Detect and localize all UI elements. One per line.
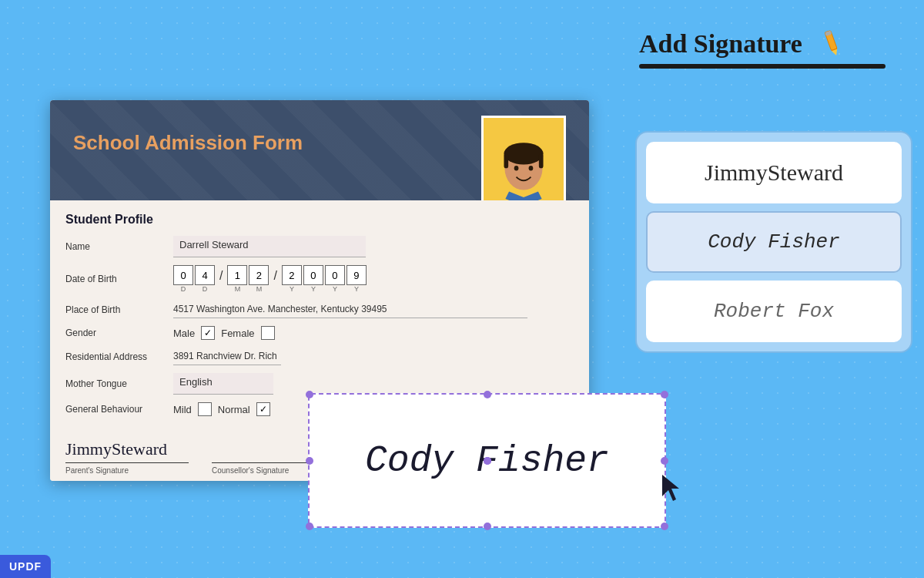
dob-box-8[interactable]: 9 — [346, 265, 367, 285]
form-title: School Admission Form — [73, 131, 566, 155]
signature-jimmy-text: JimmySteward — [705, 160, 843, 186]
pob-input[interactable]: 4517 Washington Ave. Manchester, Kentuck… — [173, 301, 527, 318]
tongue-row: Mother Tongue English — [65, 373, 574, 395]
dob-m1: 1 M — [227, 265, 247, 293]
signature-option-cody[interactable]: Cody Fisher — [646, 211, 902, 273]
gender-male-label: Male — [173, 328, 195, 339]
resize-handle-tr[interactable] — [661, 391, 668, 398]
gender-options: Male ✓ Female — [173, 326, 275, 340]
overlay-signature-text: Cody Fisher — [365, 440, 609, 482]
underline-decoration — [639, 64, 886, 69]
address-row: Residential Address 3891 Ranchview Dr. R… — [65, 348, 574, 365]
student-photo — [481, 116, 566, 200]
svg-point-11 — [529, 166, 534, 171]
parent-signature-line — [65, 462, 189, 463]
add-signature-title: Add Signature — [639, 29, 802, 59]
name-input[interactable]: Darrell Steward — [173, 236, 366, 257]
dob-box-3[interactable]: 1 — [227, 265, 247, 285]
gender-row: Gender Male ✓ Female — [65, 326, 574, 340]
resize-handle-bm[interactable] — [484, 523, 491, 530]
pob-label: Place of Birth — [65, 304, 166, 315]
resize-handle-tm[interactable] — [484, 391, 491, 398]
cursor-arrow — [662, 475, 685, 505]
behaviour-mild-label: Mild — [173, 404, 192, 415]
gender-label: Gender — [65, 328, 166, 338]
svg-marker-12 — [662, 475, 679, 501]
signature-cody-text: Cody Fisher — [708, 230, 840, 254]
svg-point-10 — [514, 166, 519, 171]
signature-overlay-box[interactable]: Cody Fisher — [308, 393, 666, 528]
signature-option-jimmy[interactable]: JimmySteward — [646, 142, 902, 203]
resize-handle-ml[interactable] — [306, 457, 313, 465]
pencil-icon — [816, 27, 847, 61]
resize-handle-bl[interactable] — [306, 523, 313, 530]
behaviour-normal-checkbox[interactable]: ✓ — [256, 402, 270, 416]
dob-m2: 2 M — [249, 265, 269, 293]
dob-box-6[interactable]: 0 — [303, 265, 323, 285]
dob-row: Date of Birth 0 D 4 D / 1 M 2 M — [65, 265, 574, 293]
gender-female-label: Female — [221, 328, 254, 339]
tongue-input[interactable]: English — [173, 373, 273, 395]
dob-y2: 0 Y — [303, 265, 323, 293]
address-input[interactable]: 3891 Ranchview Dr. Rich — [173, 348, 281, 365]
dob-box-4[interactable]: 2 — [249, 265, 269, 285]
signature-robert-text: Robert Fox — [714, 300, 834, 323]
dob-y4: 9 Y — [346, 265, 367, 293]
signature-option-robert[interactable]: Robert Fox — [646, 281, 902, 342]
svg-rect-8 — [504, 153, 508, 168]
behaviour-normal-label: Normal — [218, 404, 250, 415]
dob-y3: 0 Y — [325, 265, 345, 293]
dob-box-1[interactable]: 0 — [173, 265, 193, 285]
behaviour-label: General Behaviour — [65, 404, 166, 415]
name-row: Name Darrell Steward — [65, 236, 574, 257]
dob-boxes: 0 D 4 D / 1 M 2 M / 2 — [173, 265, 367, 293]
parent-signature-block: JimmySteward Parent's Signature — [65, 439, 189, 475]
gender-female-checkbox[interactable] — [261, 326, 275, 340]
behaviour-mild-checkbox[interactable] — [198, 402, 212, 416]
parent-signature-caption: Parent's Signature — [65, 466, 129, 475]
address-label: Residential Address — [65, 351, 166, 362]
dob-d2: 4 D — [195, 265, 215, 293]
parent-signature-script: JimmySteward — [65, 439, 167, 462]
resize-handle-mr[interactable] — [661, 457, 668, 465]
add-signature-header: Add Signature — [639, 27, 886, 69]
dob-box-7[interactable]: 0 — [325, 265, 345, 285]
gender-male-checkbox[interactable]: ✓ — [201, 326, 215, 340]
name-label: Name — [65, 241, 166, 252]
behaviour-options: Mild Normal ✓ — [173, 402, 270, 416]
resize-handle-tl[interactable] — [306, 391, 313, 398]
svg-rect-9 — [539, 153, 544, 168]
dob-box-5[interactable]: 2 — [282, 265, 302, 285]
dob-d1: 0 D — [173, 265, 193, 293]
tongue-label: Mother Tongue — [65, 378, 166, 389]
resize-handle-br[interactable] — [661, 523, 668, 530]
dob-box-2[interactable]: 4 — [195, 265, 215, 285]
pob-row: Place of Birth 4517 Washington Ave. Manc… — [65, 301, 574, 318]
updf-logo: UPDF — [0, 555, 51, 578]
updf-label: UPDF — [9, 560, 42, 573]
signature-panel: JimmySteward Cody Fisher Robert Fox — [635, 131, 912, 353]
counsellor-signature-caption: Counsellor's Signature — [212, 466, 289, 475]
dob-label: Date of Birth — [65, 274, 166, 284]
dob-y1: 2 Y — [282, 265, 302, 293]
form-header: School Admission Form — [50, 100, 589, 200]
section-title: Student Profile — [65, 213, 574, 227]
